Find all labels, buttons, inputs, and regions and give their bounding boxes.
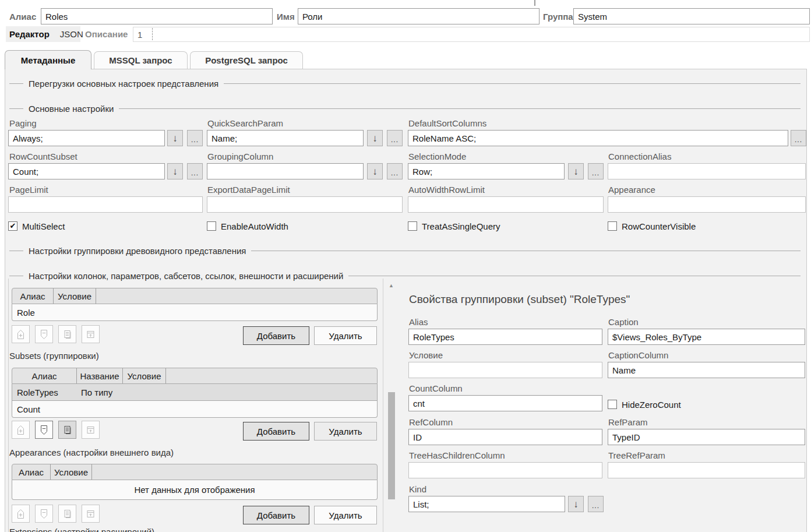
table-row[interactable]: Count [12,401,378,418]
subset-caption-input[interactable] [608,329,805,345]
export-folder-button[interactable] [82,325,100,343]
pin-add-button[interactable] [12,421,30,439]
exportdatapagelimit-input[interactable] [207,196,403,213]
subset-alias-input[interactable] [408,329,602,345]
appearance-label: Appearance [608,185,655,195]
editor-mode-button[interactable]: Редактор [6,29,55,39]
table-row-selected[interactable]: RoleTypes По типу [12,384,378,401]
copy-document-button[interactable] [58,421,76,439]
subset-treerefparam-input[interactable] [608,462,805,478]
defaultsortcolumns-ellipsis-button[interactable]: ... [791,130,806,146]
section-columns-etc: Настройки колонок, параметров, сабсетов,… [9,271,801,281]
scroll-up-arrow-icon[interactable]: ▲ [389,283,394,288]
selectionmode-ellipsis-button[interactable]: ... [588,163,604,179]
column-header-condition[interactable]: Условие [51,464,92,480]
treatassinglequery-checkbox-label: TreatAsSingleQuery [422,221,500,231]
subset-condition-input[interactable] [408,362,602,378]
rowcountsubset-dropdown-button[interactable]: ↓ [167,163,183,179]
appearance-input[interactable] [608,196,806,213]
subset-kind-input[interactable] [408,496,565,512]
selectionmode-label: SelectionMode [408,152,466,161]
column-header-alias[interactable]: Алиас [12,288,54,304]
export-folder-button[interactable] [82,505,100,523]
column-header-condition[interactable]: Условие [54,288,96,304]
pin-add-icon [16,329,26,340]
description-splitter-handle[interactable] [152,28,153,40]
groupingcolumn-ellipsis-button[interactable]: ... [387,163,403,179]
subsets-remove-button[interactable]: Удалить [314,422,377,441]
paging-input[interactable] [8,130,165,146]
quicksearchparam-dropdown-button[interactable]: ↓ [367,130,383,146]
name-input[interactable] [298,8,540,24]
quicksearchparam-input[interactable] [207,130,364,146]
pin-remove-button[interactable] [35,325,53,343]
column-header-alias[interactable]: Алиас [12,464,51,480]
subset-countcolumn-input[interactable] [408,395,602,411]
groupingcolumn-dropdown-button[interactable]: ↓ [367,163,383,179]
description-input[interactable] [133,27,810,42]
appearances-add-button[interactable]: Добавить [243,506,309,524]
hidezerocount-checkbox[interactable] [608,400,617,409]
autowidthrowlimit-input[interactable] [408,196,604,213]
rowcountervisible-checkbox[interactable] [608,221,617,231]
pin-add-button[interactable] [12,325,30,343]
subset-refcolumn-input[interactable] [408,429,602,445]
panel-splitter[interactable] [383,279,383,532]
scrollbar-thumb[interactable] [388,392,395,499]
pin-remove-button[interactable] [35,505,53,523]
no-data-label: Нет данных для отображения [134,485,255,495]
rowcountsubset-ellipsis-button[interactable]: ... [187,163,203,179]
document-icon [62,509,72,519]
export-folder-button[interactable] [82,421,100,439]
column-header-name[interactable]: Название [77,368,123,383]
tab-mssql-query[interactable]: MSSQL запрос [94,51,188,69]
column-header-condition[interactable]: Условие [123,368,166,383]
selectionmode-input[interactable] [408,163,565,179]
editor-mode-strip: Редактор JSON [6,26,80,42]
tab-postgresql-query[interactable]: PostgreSQL запрос [190,51,303,69]
rowcountsubset-input[interactable] [8,163,165,179]
rowcountsubset-label: RowCountSubset [9,152,77,161]
pin-remove-icon [39,509,49,519]
appearances-remove-button[interactable]: Удалить [314,506,377,524]
paging-ellipsis-button[interactable]: ... [187,130,203,146]
multiselect-checkbox[interactable]: ✔ [8,221,17,231]
connectionalias-input[interactable] [608,163,806,179]
column-header-alias[interactable]: Алиас [12,368,77,383]
multiselect-checkbox-label: MultiSelect [22,221,65,231]
copy-document-button[interactable] [58,325,76,343]
subset-refparam-input[interactable] [608,429,805,445]
subset-captioncolumn-input[interactable] [608,362,805,378]
table-row[interactable]: Role [12,304,378,321]
copy-document-button[interactable] [58,505,76,523]
dropdown-arrow-icon: ↓ [172,133,178,143]
alias-input[interactable] [41,8,273,24]
remove-button-label: Удалить [329,331,362,341]
group-input[interactable] [573,8,810,24]
ellipsis-icon: ... [795,133,802,143]
subset-kind-ellipsis-button[interactable]: ... [588,496,604,512]
treatassinglequery-checkbox[interactable] [408,221,417,231]
pin-add-icon [16,425,26,435]
pin-remove-button[interactable] [35,421,53,439]
groupingcolumn-input[interactable] [207,163,364,179]
defaultsortcolumns-input[interactable] [408,130,788,146]
pagelimit-input[interactable] [8,196,203,213]
columns-remove-button[interactable]: Удалить [314,326,377,345]
columns-add-button[interactable]: Добавить [243,326,309,345]
subsets-add-button[interactable]: Добавить [243,422,309,441]
cell-alias: Role [17,308,35,318]
add-button-label: Добавить [257,510,295,520]
json-mode-button[interactable]: JSON [55,29,88,39]
quicksearchparam-ellipsis-button[interactable]: ... [387,130,403,146]
subset-kind-dropdown-button[interactable]: ↓ [568,496,584,512]
document-icon [62,329,72,340]
tab-metadata[interactable]: Метаданные [5,50,91,69]
top-splitter-handle[interactable] [534,0,535,6]
subset-treehaschildrencolumn-input[interactable] [408,462,602,478]
pin-add-button[interactable] [12,505,30,523]
columns-table: Алиас Условие Role [12,288,378,321]
enableautowidth-checkbox[interactable] [207,221,216,231]
paging-dropdown-button[interactable]: ↓ [167,130,183,146]
selectionmode-dropdown-button[interactable]: ↓ [568,163,584,179]
